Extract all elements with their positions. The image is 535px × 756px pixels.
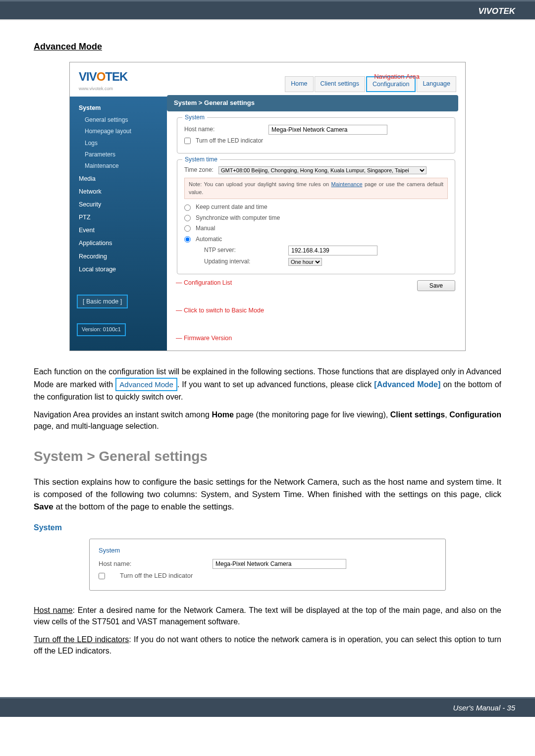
sidebar-group-network[interactable]: Network <box>70 185 167 198</box>
paragraph-hostname: Host name: Enter a desired name for the … <box>34 605 501 627</box>
advanced-mode-link-text: [Advanced Mode] <box>374 380 440 389</box>
sidebar-group-media[interactable]: Media <box>70 172 167 185</box>
radio-manual[interactable] <box>184 225 191 232</box>
config-sidebar: System General settings Homepage layout … <box>70 97 167 351</box>
nav-language[interactable]: Language <box>417 76 456 92</box>
subheading-system: System <box>34 522 501 533</box>
sidebar-group-recording[interactable]: Recording <box>70 250 167 263</box>
page-footer: User's Manual - 35 <box>0 697 535 717</box>
radio-keep-label: Keep current date and time <box>196 203 268 211</box>
footer-text: User's Manual - 35 <box>453 704 515 712</box>
radio-keep[interactable] <box>184 204 191 211</box>
nav-area: Navigation Area Home Client settings Con… <box>285 76 456 92</box>
sidebar-item-general[interactable]: General settings <box>70 114 167 126</box>
radio-auto[interactable] <box>184 236 191 243</box>
hostname-label: Host name: <box>184 125 264 134</box>
paragraph-1: Each function on the configuration list … <box>34 366 501 403</box>
sidebar-group-localstorage[interactable]: Local storage <box>70 263 167 276</box>
radio-auto-label: Automatic <box>196 235 222 244</box>
sidebar-group-event[interactable]: Event <box>70 224 167 237</box>
radio-sync-label: Synchronize with computer time <box>196 214 280 222</box>
sidebar-item-maintenance[interactable]: Maintenance <box>70 160 167 172</box>
heading-system-general: System > General settings <box>34 447 501 467</box>
timezone-select[interactable]: GMT+08:00 Beijing, Chongqing, Hong Kong,… <box>218 166 427 174</box>
basic-mode-button[interactable]: [ Basic mode ] <box>77 295 128 308</box>
paragraph-led: Turn off the LED indicators: If you do n… <box>34 634 501 656</box>
vivotek-logo: VIVOTEK <box>79 68 127 86</box>
sidebar-group-applications[interactable]: Applications <box>70 237 167 250</box>
led-checkbox[interactable] <box>184 138 191 144</box>
system-settings-block: System Host name: Turn off the LED indic… <box>89 539 446 591</box>
annot-basic-mode: — Click to switch to Basic Mode <box>176 306 264 315</box>
logo-subtext: www.vivotek.com <box>79 86 127 92</box>
ntp-input[interactable] <box>288 246 377 255</box>
led-underline: Turn off the LED indicators <box>34 635 129 644</box>
maintenance-link[interactable]: Maintenance <box>331 181 363 187</box>
fieldset-system-time: System time Time zone: GMT+08:00 Beijing… <box>177 159 455 274</box>
hostname-underline: Host name <box>34 606 73 614</box>
breadcrumb: System > General settings <box>167 95 458 111</box>
advanced-mode-badge: Advanced Mode <box>115 378 177 392</box>
annot-navigation-area: Navigation Area <box>374 72 420 82</box>
nav-client-settings[interactable]: Client settings <box>315 76 366 92</box>
config-screenshot: VIVOTEK www.vivotek.com Navigation Area … <box>69 62 466 351</box>
timezone-label: Time zone: <box>184 166 214 174</box>
annot-config-list: — Configuration List <box>176 278 232 287</box>
page-content: Advanced Mode VIVOTEK www.vivotek.com Na… <box>0 40 535 682</box>
dst-note: Note: You can upload your daylight savin… <box>184 178 448 200</box>
ntp-label: NTP server: <box>204 246 283 254</box>
paragraph-2: Navigation Area provides an instant swit… <box>34 409 501 432</box>
sidebar-item-homepage[interactable]: Homepage layout <box>70 126 167 137</box>
update-interval-label: Updating interval: <box>204 257 283 266</box>
hostname-input[interactable] <box>268 125 387 135</box>
block-hostname-label: Host name: <box>99 559 198 569</box>
annot-firmware-version: — Firmware Version <box>176 334 232 343</box>
section-title: Advanced Mode <box>34 40 501 53</box>
sidebar-group-security[interactable]: Security <box>70 198 167 211</box>
page-header: VIVOTEK <box>0 0 535 19</box>
paragraph-3: This section explains how to configure t… <box>34 476 501 513</box>
config-main: System Host name: Turn off the LED indic… <box>167 111 465 351</box>
brand-text: VIVOTEK <box>478 6 515 16</box>
sidebar-group-ptz[interactable]: PTZ <box>70 211 167 224</box>
block-hostname-input[interactable] <box>213 559 346 569</box>
nav-home[interactable]: Home <box>285 76 313 92</box>
radio-manual-label: Manual <box>196 224 215 233</box>
header-divider <box>0 19 535 20</box>
block-led-checkbox[interactable] <box>99 573 105 579</box>
sidebar-item-logs[interactable]: Logs <box>70 138 167 149</box>
block-led-label: Turn off the LED indicator <box>120 571 193 581</box>
radio-sync[interactable] <box>184 215 191 221</box>
save-button[interactable]: Save <box>417 280 455 291</box>
legend-system-time: System time <box>182 155 220 164</box>
led-label: Turn off the LED indicator <box>196 137 263 145</box>
legend-system: System <box>182 113 207 122</box>
update-interval-select[interactable]: One hour <box>288 258 322 266</box>
sidebar-item-parameters[interactable]: Parameters <box>70 149 167 160</box>
block-legend: System <box>99 546 436 555</box>
firmware-version: Version: 0100c1 <box>77 323 126 336</box>
sidebar-group-system[interactable]: System <box>70 101 167 114</box>
fieldset-system: System Host name: Turn off the LED indic… <box>177 117 455 153</box>
